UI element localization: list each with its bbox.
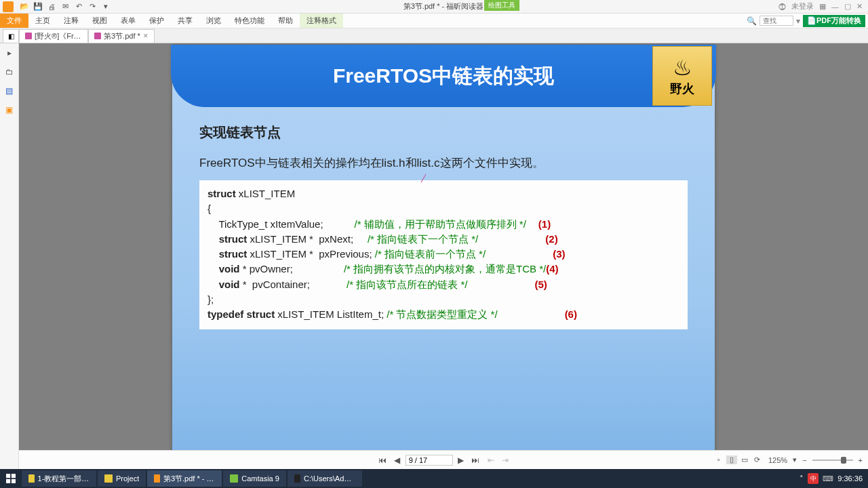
slide-body: 实现链表节点 FreeRTOS中与链表相关的操作均在list.h和list.c这… bbox=[172, 107, 715, 346]
sidebar-collapse-icon[interactable]: ▸ bbox=[4, 47, 15, 58]
zoom-out-icon[interactable]: − bbox=[802, 456, 806, 464]
clock[interactable]: 9:36:36 bbox=[837, 475, 863, 483]
task-2[interactable]: Project bbox=[98, 470, 146, 487]
menu-view[interactable]: 视图 bbox=[85, 14, 114, 28]
main-area: ▸ 🗀 ▤ ▣ FreeRTOS中链表的实现 ♨ 野火 实现链表节点 FreeR… bbox=[0, 43, 868, 469]
maximize-icon[interactable]: ▢ bbox=[844, 2, 851, 11]
menu-protect[interactable]: 保护 bbox=[142, 14, 171, 28]
first-page-icon[interactable]: ⏮ bbox=[376, 455, 389, 465]
ime-sub-icon[interactable]: ⌨ bbox=[823, 474, 833, 483]
page-nav-footer: ⏮ ◀ ▶ ⏭ ⇤ ⇥ ▫ ▯ ▭ ⟳ 125% ▾ − + bbox=[19, 450, 868, 469]
mail-icon[interactable]: ✉ bbox=[60, 1, 71, 12]
doc-tab-2[interactable]: 第3节.pdf * ✕ bbox=[88, 29, 155, 43]
task-1[interactable]: 1-教程第一部分程序... bbox=[22, 470, 96, 487]
zoom-slider[interactable] bbox=[812, 460, 853, 461]
foxit-icon bbox=[154, 474, 160, 483]
task-3[interactable]: 第3节.pdf * - 福昕阅... bbox=[147, 470, 222, 487]
contextual-tab-label: 绘图工具 bbox=[484, 0, 519, 11]
app-icon bbox=[3, 1, 14, 12]
close-icon[interactable]: ✕ bbox=[856, 2, 863, 11]
left-sidebar: ▸ 🗀 ▤ ▣ bbox=[0, 43, 19, 469]
start-button[interactable] bbox=[0, 469, 22, 488]
window-title: 第3节.pdf * - 福昕阅读器 绘图工具 bbox=[114, 1, 773, 12]
task-4[interactable]: Camtasia 9 bbox=[223, 470, 286, 487]
search-input[interactable] bbox=[760, 16, 793, 26]
cmd-icon bbox=[294, 474, 300, 483]
svg-rect-3 bbox=[12, 479, 16, 483]
document-viewport[interactable]: FreeRTOS中链表的实现 ♨ 野火 实现链表节点 FreeRTOS中与链表相… bbox=[19, 43, 868, 469]
sidebar-bookmarks-icon[interactable]: 🗀 bbox=[4, 66, 15, 77]
back-view-icon[interactable]: ⇤ bbox=[485, 455, 497, 465]
zoom-in-icon[interactable]: + bbox=[859, 456, 863, 464]
notification-icon[interactable]: ⓵ bbox=[778, 3, 786, 11]
slide-title: FreeRTOS中链表的实现 bbox=[333, 62, 554, 90]
slide-header: FreeRTOS中链表的实现 bbox=[171, 45, 716, 107]
title-bar: 📂 💾 🖨 ✉ ↶ ↷ ▾ 第3节.pdf * - 福昕阅读器 绘图工具 ⓵ 未… bbox=[0, 0, 868, 14]
quick-access-toolbar: 📂 💾 🖨 ✉ ↶ ↷ ▾ bbox=[16, 1, 114, 12]
tab-close-icon[interactable]: ✕ bbox=[143, 33, 149, 39]
redo-icon[interactable]: ↷ bbox=[87, 1, 98, 12]
view-facing-icon[interactable]: ▭ bbox=[739, 455, 750, 464]
menu-form[interactable]: 表单 bbox=[114, 14, 142, 28]
print-icon[interactable]: 🖨 bbox=[46, 1, 57, 12]
camtasia-icon bbox=[230, 474, 238, 483]
menu-dropdown-icon[interactable]: ▾ bbox=[796, 16, 800, 26]
pdf-convert-button[interactable]: 📄PDF万能转换 bbox=[803, 15, 865, 27]
pdf-icon bbox=[25, 33, 32, 39]
page-nav: ⏮ ◀ ▶ ⏭ ⇤ ⇥ bbox=[376, 455, 511, 466]
document-tabbar: ◧ [野火®]《FreeRTO... 第3节.pdf * ✕ bbox=[0, 28, 868, 43]
forward-view-icon[interactable]: ⇥ bbox=[499, 455, 511, 465]
ime-badge[interactable]: 中 bbox=[808, 473, 818, 484]
code-block: struct xLIST_ITEM { TickType_t xItemValu… bbox=[199, 180, 688, 329]
open-icon[interactable]: 📂 bbox=[19, 1, 30, 12]
menu-file[interactable]: 文件 bbox=[0, 14, 28, 28]
save-icon[interactable]: 💾 bbox=[33, 1, 43, 12]
menu-help[interactable]: 帮助 bbox=[271, 14, 300, 28]
pdf-icon bbox=[94, 33, 101, 39]
footer-right: ▫ ▯ ▭ ⟳ 125% ▾ − + bbox=[713, 455, 863, 464]
next-page-icon[interactable]: ▶ bbox=[455, 455, 467, 465]
doc-tab-1[interactable]: [野火®]《FreeRTO... bbox=[19, 29, 88, 43]
view-single-icon[interactable]: ▫ bbox=[713, 455, 724, 464]
logo-text: 野火 bbox=[670, 81, 694, 97]
menu-home[interactable]: 主页 bbox=[28, 14, 57, 28]
task-5[interactable]: C:\Users\Administr... bbox=[288, 470, 362, 487]
menu-comment[interactable]: 注释 bbox=[57, 14, 85, 28]
login-status[interactable]: 未登录 bbox=[791, 1, 814, 12]
section-title: 实现链表节点 bbox=[199, 123, 688, 142]
home-tab-icon[interactable]: ◧ bbox=[3, 29, 19, 43]
search-icon[interactable]: 🔍 bbox=[747, 16, 757, 26]
sidebar-pages-icon[interactable]: ▤ bbox=[4, 85, 15, 96]
section-desc: FreeRTOS中与链表相关的操作均在list.h和list.c这两个文件中实现… bbox=[199, 155, 688, 171]
zoom-value: 125% bbox=[768, 456, 787, 464]
sidebar-attachments-icon[interactable]: ▣ bbox=[4, 104, 15, 115]
annotation-stroke bbox=[421, 174, 427, 183]
title-right-controls: ⓵ 未登录 ▦ — ▢ ✕ bbox=[773, 1, 868, 12]
view-rotate-icon[interactable]: ⟳ bbox=[752, 455, 763, 464]
view-continuous-icon[interactable]: ▯ bbox=[726, 455, 737, 464]
grid-icon[interactable]: ▦ bbox=[819, 2, 826, 11]
menu-annotation-format[interactable]: 注释格式 bbox=[300, 14, 343, 28]
zoom-handle[interactable] bbox=[841, 457, 846, 464]
pdf-page: FreeRTOS中链表的实现 ♨ 野火 实现链表节点 FreeRTOS中与链表相… bbox=[172, 45, 715, 469]
menu-browse[interactable]: 浏览 bbox=[199, 14, 228, 28]
page-number-input[interactable] bbox=[406, 455, 453, 466]
system-tray: ˄ 中 ⌨ 9:36:36 bbox=[800, 473, 868, 484]
last-page-icon[interactable]: ⏭ bbox=[469, 455, 482, 465]
undo-icon[interactable]: ↶ bbox=[73, 1, 84, 12]
ribbon-menubar: 文件 主页 注释 视图 表单 保护 共享 浏览 特色功能 帮助 注释格式 🔍 ▾… bbox=[0, 14, 868, 28]
minimize-icon[interactable]: — bbox=[831, 3, 839, 11]
folder-icon bbox=[28, 474, 35, 483]
logo-box: ♨ 野火 bbox=[652, 46, 712, 106]
svg-rect-0 bbox=[6, 474, 10, 478]
menu-features[interactable]: 特色功能 bbox=[228, 14, 271, 28]
folder-icon bbox=[104, 474, 113, 483]
prev-page-icon[interactable]: ◀ bbox=[391, 455, 403, 465]
tray-up-icon[interactable]: ˄ bbox=[800, 474, 804, 483]
dropdown-icon[interactable]: ▾ bbox=[100, 1, 111, 12]
svg-rect-1 bbox=[12, 474, 16, 478]
svg-rect-2 bbox=[6, 479, 10, 483]
zoom-dropdown-icon[interactable]: ▾ bbox=[793, 455, 797, 464]
menu-share[interactable]: 共享 bbox=[171, 14, 199, 28]
windows-taskbar: 1-教程第一部分程序... Project 第3节.pdf * - 福昕阅...… bbox=[0, 469, 868, 488]
